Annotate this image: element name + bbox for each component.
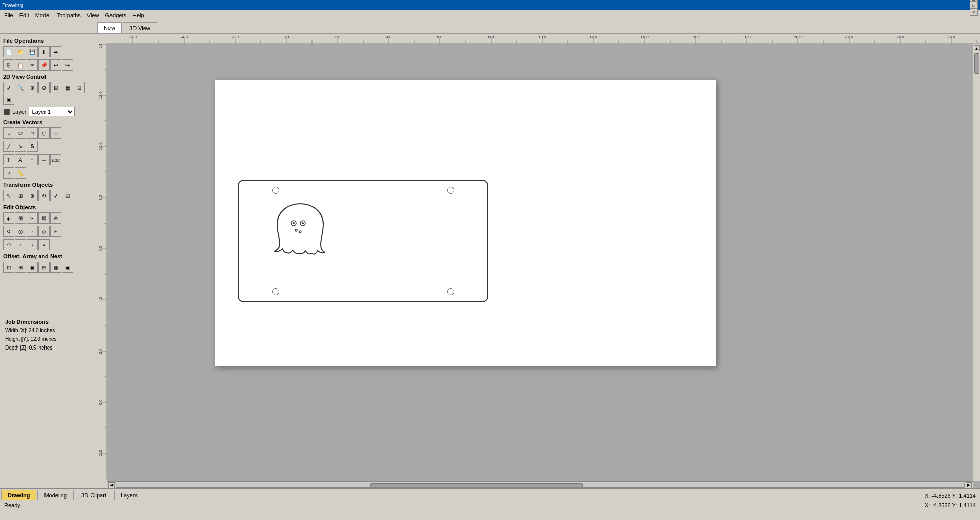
tab-new[interactable]: New — [97, 22, 122, 33]
tool-span2[interactable]: › — [27, 239, 38, 250]
vscroll[interactable]: ▲ — [973, 44, 980, 481]
menu-gadgets[interactable]: Gadgets — [102, 11, 129, 19]
tool-scissors[interactable]: ✂ — [50, 226, 61, 237]
bottom-tabs: Drawing Modeling 3D Clipart Layers X: -4… — [0, 488, 980, 500]
tool-text[interactable]: T — [3, 154, 14, 165]
layer-label-text: Layer — [12, 109, 27, 115]
tool-redo[interactable]: ↪ — [62, 59, 73, 71]
layer-select[interactable]: Layer 1 — [29, 107, 75, 116]
tool-smooth[interactable]: ◎ — [15, 226, 26, 237]
tool-nest3[interactable]: ▣ — [62, 262, 73, 273]
edit-objects-title: Edit Objects — [1, 202, 96, 211]
tool-bezier-node[interactable]: ◇ — [38, 226, 50, 237]
menu-toolpaths[interactable]: Toolpaths — [54, 11, 84, 19]
vscroll-thumb[interactable] — [974, 53, 979, 74]
tool-ellipse[interactable]: ⬭ — [15, 127, 26, 139]
tool-circle[interactable]: ○ — [3, 127, 14, 139]
tool-zoom-out[interactable]: ⊖ — [38, 82, 50, 93]
transform-row: ⤡ ⊞ ⊕ ↻ ⤢ ⊟ — [1, 189, 96, 202]
tool-copy[interactable]: ⎘ — [3, 59, 14, 71]
tool-nest2[interactable]: ▦ — [50, 262, 61, 273]
tab-3dview[interactable]: 3D View — [123, 22, 157, 33]
menu-file[interactable]: File — [1, 11, 16, 19]
tool-group[interactable]: ⊞ — [15, 190, 26, 201]
tool-rotate[interactable]: ↻ — [38, 190, 50, 201]
tool-circle-array[interactable]: ◉ — [27, 262, 38, 273]
tool-offset2[interactable]: ⊡ — [3, 262, 14, 273]
svg-point-5 — [299, 231, 301, 233]
tool-paste2[interactable]: 📌 — [38, 59, 50, 71]
menu-view[interactable]: View — [84, 11, 102, 19]
tool-undo[interactable]: ↩ — [50, 59, 61, 71]
top-ruler — [107, 34, 980, 44]
tool-band-text[interactable]: ≡ — [27, 154, 38, 165]
tool-span3[interactable]: » — [38, 239, 50, 250]
vscroll-up-btn[interactable]: ▲ — [974, 45, 980, 51]
maximize-button[interactable]: □ — [970, 2, 978, 9]
tool-curve[interactable]: ∿ — [15, 141, 26, 152]
tool-zoom-in[interactable]: ⊕ — [27, 82, 38, 93]
tool-join[interactable]: ⊞ — [15, 212, 26, 224]
tool-polygon[interactable]: ⬡ — [38, 127, 50, 139]
hscroll-left-btn[interactable]: ◀ — [108, 482, 115, 488]
tool-weld[interactable]: ⊛ — [50, 212, 61, 224]
tool-arc-edit[interactable]: ◠ — [3, 239, 14, 250]
tool-arc-text[interactable]: A — [15, 154, 26, 165]
tab-drawing[interactable]: Drawing — [1, 490, 36, 500]
tool-line[interactable]: ╱ — [3, 141, 14, 152]
tool-snap[interactable]: ⊟ — [74, 82, 85, 93]
tool-zoom-all[interactable]: ⊞ — [50, 82, 61, 93]
tool-new[interactable]: 📄 — [3, 46, 14, 57]
transform-title: Transform Objects — [1, 180, 96, 189]
tab-3dclipart[interactable]: 3D Clipart — [75, 490, 113, 500]
tool-break[interactable]: ⊠ — [38, 212, 50, 224]
tool-node-edit[interactable]: ◈ — [3, 212, 14, 224]
hscroll-thumb[interactable] — [370, 483, 583, 487]
svg-point-3 — [302, 222, 304, 224]
tool-zoom-extents[interactable]: ⤢ — [3, 82, 14, 93]
tool-open[interactable]: 📂 — [15, 46, 26, 57]
tool-save[interactable]: 💾 — [27, 46, 38, 57]
tool-dimension[interactable]: ↔ — [38, 154, 50, 165]
tool-align[interactable]: ⊕ — [27, 190, 38, 201]
tool-offset-edit[interactable]: ↺ — [3, 226, 14, 237]
tool-export[interactable]: ➡ — [50, 46, 61, 57]
tool-resize[interactable]: ⤢ — [50, 190, 61, 201]
paper — [215, 80, 716, 366]
tool-sheet[interactable]: ▣ — [3, 94, 14, 105]
hscroll[interactable]: ◀ ▶ — [107, 481, 973, 488]
tool-cut[interactable]: ✂ — [27, 59, 38, 71]
view-control-row: ⤢ 🔍 ⊕ ⊖ ⊞ ▦ ⊟ ▣ — [1, 81, 96, 106]
tool-star[interactable]: ☆ — [50, 127, 61, 139]
close-button[interactable]: × — [970, 9, 978, 16]
tool-move[interactable]: ⤡ — [3, 190, 14, 201]
hscroll-track[interactable] — [116, 483, 965, 488]
offset-array-row: ⊡ ⊞ ◉ ⊟ ▦ ▣ — [1, 261, 96, 274]
tool-import[interactable]: ⬆ — [38, 46, 50, 57]
layer-row: ⬛ Layer Layer 1 — [1, 106, 96, 117]
toolbar-tabs: New 3D View — [0, 20, 980, 34]
viewport[interactable]: ▲ ◀ ▶ — [107, 44, 980, 488]
menu-edit[interactable]: Edit — [16, 11, 32, 19]
tool-spiro[interactable]: S — [27, 141, 38, 152]
tool-measure[interactable]: 📏 — [15, 167, 26, 179]
tool-rectangle[interactable]: □ — [27, 127, 38, 139]
tool-grid[interactable]: ▦ — [62, 82, 73, 93]
hscroll-right-btn[interactable]: ▶ — [966, 482, 972, 488]
tool-distribute[interactable]: ⊟ — [62, 190, 73, 201]
tool-array[interactable]: ⊞ — [15, 262, 26, 273]
tool-paste[interactable]: 📋 — [15, 59, 26, 71]
tool-zoom-select[interactable]: 🔍 — [15, 82, 26, 93]
tool-nest1[interactable]: ⊟ — [38, 262, 50, 273]
tool-pointer[interactable]: ↗ — [3, 167, 14, 179]
tool-span1[interactable]: ‹ — [15, 239, 26, 250]
tool-label[interactable]: abc — [50, 154, 61, 165]
tab-modeling[interactable]: Modeling — [37, 490, 74, 500]
menu-help[interactable]: Help — [129, 11, 147, 19]
tool-trim[interactable]: ✂ — [27, 212, 38, 224]
menu-model[interactable]: Model — [32, 11, 54, 19]
tab-layers[interactable]: Layers — [114, 490, 144, 500]
tool-node-pt[interactable]: · — [27, 226, 38, 237]
create-vectors-row1: ○ ⬭ □ ⬡ ☆ — [1, 126, 96, 140]
ghost-drawing — [264, 196, 336, 264]
